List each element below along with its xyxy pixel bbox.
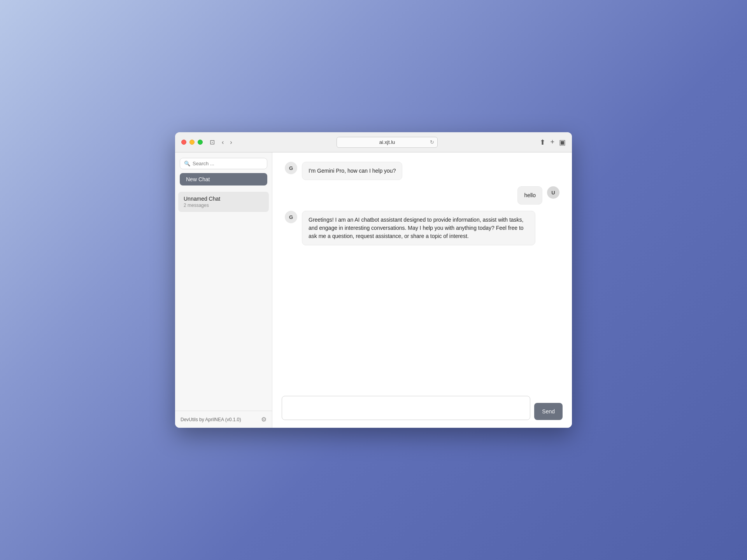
search-input[interactable]	[193, 161, 263, 166]
nav-arrows: ‹ ›	[219, 138, 235, 147]
maximize-button[interactable]	[198, 140, 203, 145]
search-box[interactable]: 🔍	[180, 158, 267, 169]
send-button[interactable]: Send	[534, 403, 563, 420]
url-display: ai.xjt.lu	[379, 139, 395, 145]
close-button[interactable]	[181, 140, 186, 145]
message-input[interactable]	[282, 396, 530, 420]
chat-item-title: Unnamed Chat	[184, 196, 263, 202]
address-bar: ai.xjt.lu ↻	[239, 137, 535, 148]
chat-list-item[interactable]: Unnamed Chat 2 messages	[178, 192, 269, 212]
sidebar-toggle-icon[interactable]: ⊡	[210, 138, 215, 146]
avatar-user: U	[547, 186, 559, 199]
main-content: 🔍 New Chat Unnamed Chat 2 messages DevUt…	[175, 152, 572, 428]
avatar-gemini-2: G	[285, 211, 297, 223]
message-row: G I'm Gemini Pro, how can I help you?	[285, 162, 559, 180]
message-bubble-user: hello	[517, 186, 542, 205]
traffic-lights	[181, 140, 203, 145]
messages-area: G I'm Gemini Pro, how can I help you? U …	[272, 152, 572, 390]
title-bar: ⊡ ‹ › ai.xjt.lu ↻ ⬆ + ▣	[175, 132, 572, 152]
share-icon[interactable]: ⬆	[540, 138, 545, 147]
toolbar-actions: ⬆ + ▣	[540, 138, 566, 147]
back-button[interactable]: ‹	[219, 138, 226, 147]
forward-button[interactable]: ›	[228, 138, 234, 147]
gear-icon[interactable]: ⚙	[261, 416, 267, 423]
reload-icon[interactable]: ↻	[430, 139, 434, 145]
sidebar-top: 🔍 New Chat	[175, 152, 272, 189]
message-bubble-gemini-1: I'm Gemini Pro, how can I help you?	[302, 162, 402, 180]
input-area: Send	[272, 390, 572, 428]
search-icon: 🔍	[184, 161, 190, 166]
avatar-gemini: G	[285, 162, 297, 174]
view-icon[interactable]: ▣	[559, 138, 566, 147]
new-chat-button[interactable]: New Chat	[180, 173, 267, 186]
sidebar: 🔍 New Chat Unnamed Chat 2 messages DevUt…	[175, 152, 272, 428]
message-row-user: U hello	[285, 186, 559, 205]
sidebar-footer: DevUtils by AprilNEA (v0.1.0) ⚙	[175, 411, 272, 428]
chat-list: Unnamed Chat 2 messages	[175, 189, 272, 411]
browser-window: ⊡ ‹ › ai.xjt.lu ↻ ⬆ + ▣ 🔍 New Ch	[175, 132, 572, 428]
address-bar-inner[interactable]: ai.xjt.lu ↻	[337, 137, 438, 148]
chat-area: G I'm Gemini Pro, how can I help you? U …	[272, 152, 572, 428]
chat-item-subtitle: 2 messages	[184, 203, 263, 208]
new-tab-icon[interactable]: +	[550, 138, 554, 146]
message-row-gemini-2: G Greetings! I am an AI chatbot assistan…	[285, 211, 559, 245]
footer-text: DevUtils by AprilNEA (v0.1.0)	[181, 417, 241, 422]
minimize-button[interactable]	[189, 140, 195, 145]
message-bubble-gemini-2: Greetings! I am an AI chatbot assistant …	[302, 211, 535, 245]
